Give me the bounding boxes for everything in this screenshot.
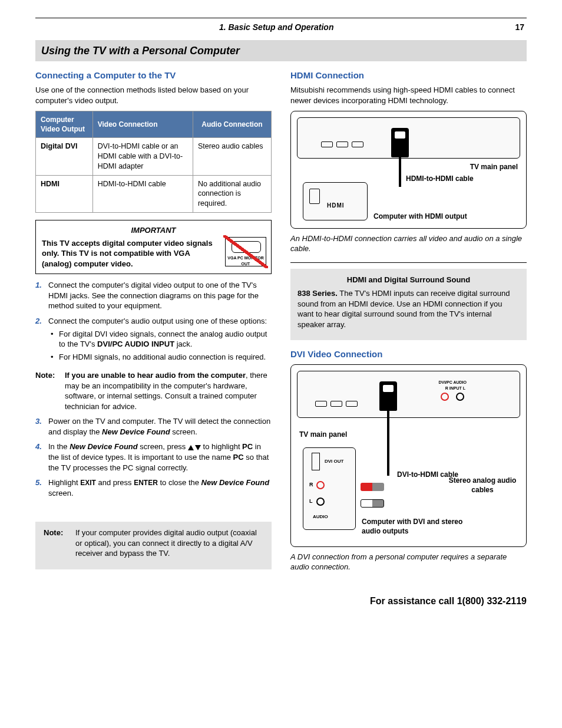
dvi-port-icon: [312, 453, 320, 470]
page-header: 1. Basic Setup and Operation 17: [35, 22, 527, 40]
step-body: Highlight EXIT and press ENTER to close …: [48, 477, 272, 498]
header-rule: [35, 18, 527, 18]
hdmi-port-icon: [309, 189, 320, 204]
step-number: 2.: [35, 316, 48, 364]
cell-dvi-label: Digital DVI: [36, 137, 93, 175]
down-triangle-icon: [195, 445, 201, 450]
hdmi-ports-icon: [321, 141, 363, 147]
step-number: 1.: [35, 280, 48, 311]
button-exit: EXIT: [80, 479, 96, 487]
section-title: Using the TV with a Personal Computer: [35, 40, 527, 61]
footer-assistance: For assistance call 1(800) 332-2119: [35, 595, 527, 608]
table-row: HDMI HDMI-to-HDMI cable No additional au…: [36, 175, 272, 213]
heading-dvi: DVI Video Connection: [290, 348, 527, 360]
device-name: PC: [242, 442, 253, 451]
device-name: PC: [233, 453, 244, 462]
page-number: 17: [515, 22, 524, 33]
cable-icon: [399, 157, 401, 187]
hdmi-plug-icon: [391, 128, 409, 157]
computer-box-icon: HDMI: [303, 182, 368, 220]
rca-red-icon: [316, 481, 325, 489]
th-video-connection: Video Connection: [92, 111, 193, 137]
th-computer-output: Computer Video Output: [36, 111, 93, 137]
right-column: HDMI Connection Mitsubishi recommends us…: [290, 67, 527, 581]
bullet: For HDMI signals, no additional audio co…: [59, 352, 272, 363]
label-audio-cables: Stereo analog audio cables: [447, 476, 518, 495]
step-3: 3. Power on the TV and computer. The TV …: [35, 416, 272, 437]
bullet: For digital DVI video signals, connect t…: [59, 329, 272, 350]
screen-name: New Device Found: [201, 478, 270, 487]
table-row: Digital DVI DVI-to-HDMI cable or an HDMI…: [36, 137, 272, 175]
step-5: 5. Highlight EXIT and press ENTER to clo…: [35, 477, 272, 498]
screen-name: New Device Found: [102, 427, 170, 436]
chapter-title: 1. Basic Setup and Operation: [38, 22, 515, 33]
intro-text: Use one of the connection methods listed…: [35, 85, 272, 106]
connection-table: Computer Video Output Video Connection A…: [35, 111, 272, 213]
up-triangle-icon: [188, 445, 194, 450]
steps-list-cont: 3. Power on the TV and computer. The TV …: [35, 416, 272, 498]
cell-hdmi-label: HDMI: [36, 175, 93, 213]
rca-red-icon: [441, 393, 449, 401]
step-1: 1. Connect the computer's digital video …: [35, 280, 272, 311]
label-computer-dvi: Computer with DVI and stereo audio outpu…: [362, 517, 480, 536]
label-tv-panel: TV main panel: [299, 430, 347, 439]
tv-panel-icon: DVI/PC AUDIO R INPUT L: [297, 371, 520, 418]
th-audio-connection: Audio Connection: [193, 111, 271, 137]
gb-title: HDMI and Digital Surround Sound: [297, 275, 520, 285]
vga-port-icon: [232, 241, 261, 253]
left-column: Connecting a Computer to the TV Use one …: [35, 67, 272, 581]
label-r-input-l: R INPUT L: [445, 386, 465, 391]
label-audio: AUDIO: [313, 514, 328, 521]
step-2: 2. Connect the computer's audio output u…: [35, 316, 272, 364]
computer-box-icon: DVI OUT R L AUDIO: [303, 447, 356, 530]
step-body: Connect the computer's audio output usin…: [48, 316, 272, 364]
step-number: 3.: [35, 416, 48, 437]
note-body: If your computer provides digital audio …: [75, 528, 263, 559]
hdmi-diagram: HDMI TV main panel HDMI-to-HDMI cable Co…: [290, 111, 527, 229]
note-label: Note:: [44, 528, 75, 559]
dvi-caption: A DVI connection from a personal compute…: [290, 552, 527, 572]
vga-icon: VGA PC MONITOR OUT: [225, 237, 266, 266]
label-hdmi-cable: HDMI-to-HDMI cable: [406, 174, 488, 183]
important-title: IMPORTANT: [42, 225, 265, 236]
label-tv-panel: TV main panel: [470, 162, 518, 172]
label-dvi-out: DVI OUT: [325, 459, 343, 465]
cell-hdmi-audio: No additional audio connection is requir…: [193, 175, 271, 213]
cell-dvi-video: DVI-to-HDMI cable or an HDMI cable with …: [92, 137, 193, 175]
hdmi-intro: Mitsubishi recommends using high-speed H…: [290, 85, 527, 106]
step-body: Connect the computer's digital video out…: [48, 280, 272, 311]
cell-dvi-audio: Stereo audio cables: [193, 137, 271, 175]
rca-plug-white-icon: [361, 499, 384, 508]
hdmi-logo-icon: HDMI: [327, 202, 345, 210]
label-dvipc-audio: DVI/PC AUDIO: [438, 380, 467, 385]
two-column-layout: Connecting a Computer to the TV Use one …: [35, 67, 527, 581]
step-body: Power on the TV and computer. The TV wil…: [48, 416, 272, 437]
rca-plug-red-icon: [361, 483, 384, 491]
rca-white-icon: [316, 498, 325, 506]
hdmi-plug-icon: [379, 381, 397, 411]
button-enter: ENTER: [134, 479, 158, 487]
surround-sound-box: HDMI and Digital Surround Sound 838 Seri…: [290, 269, 527, 341]
divider: [290, 262, 527, 263]
step-number: 4.: [35, 442, 48, 473]
cell-hdmi-video: HDMI-to-HDMI cable: [92, 175, 193, 213]
steps-list: 1. Connect the computer's digital video …: [35, 280, 272, 364]
screen-name: New Device Found: [70, 442, 138, 451]
step-number: 5.: [35, 477, 48, 498]
heading-connecting: Connecting a Computer to the TV: [35, 70, 272, 81]
step-body: In the New Device Found screen, press to…: [48, 442, 272, 473]
cable-icon: [387, 411, 389, 476]
note-label: Note:: [35, 370, 65, 411]
step-4: 4. In the New Device Found screen, press…: [35, 442, 272, 473]
sub-bullets: For digital DVI video signals, connect t…: [48, 329, 272, 363]
important-callout: IMPORTANT This TV accepts digital comput…: [35, 220, 272, 274]
label-r: R: [309, 481, 313, 488]
hdmi-caption: An HDMI-to-HDMI connection carries all v…: [290, 233, 527, 254]
label-l: L: [309, 498, 313, 505]
note-body: If you are unable to hear audio from the…: [65, 370, 272, 411]
label-computer-hdmi: Computer with HDMI output: [373, 212, 467, 221]
dvi-diagram: DVI/PC AUDIO R INPUT L TV main panel DVI…: [290, 364, 527, 547]
heading-hdmi: HDMI Connection: [290, 70, 527, 81]
vga-label: VGA PC MONITOR OUT: [227, 256, 263, 265]
jack-name: DVI/PC AUDIO INPUT: [97, 340, 174, 348]
